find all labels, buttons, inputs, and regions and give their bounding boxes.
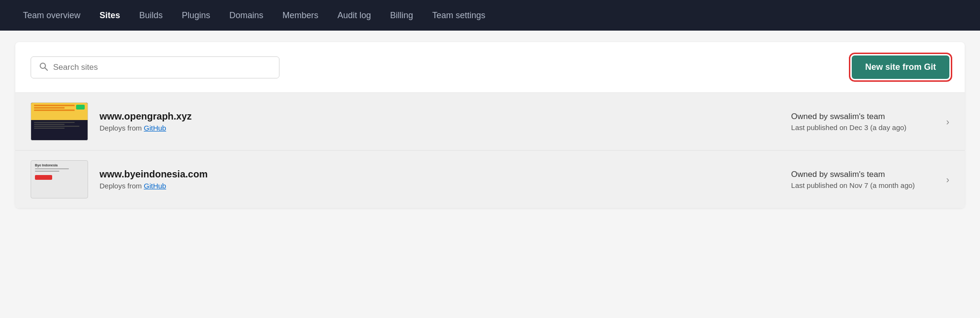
chevron-right-icon: › [946,174,949,185]
site-info-byeindonesia: www.byeindonesia.com Deploys from GitHub [100,169,776,190]
search-icon [39,62,48,73]
site-meta-opengraph: Owned by swsalim's team Last published o… [776,112,938,132]
site-meta-byeindonesia: Owned by swsalim's team Last published o… [776,170,938,189]
site-published: Last published on Dec 3 (a day ago) [791,123,938,132]
site-thumbnail-opengraph [31,102,88,141]
chevron-right-icon: › [946,116,949,127]
nav-item-team-overview[interactable]: Team overview [15,7,88,24]
site-name: www.opengraph.xyz [100,111,776,122]
nav-item-domains[interactable]: Domains [222,7,271,24]
nav-item-sites[interactable]: Sites [92,7,128,24]
nav-item-audit-log[interactable]: Audit log [330,7,379,24]
site-item[interactable]: Bye Indonesia www.byeindonesia.com Deplo… [15,151,965,208]
site-published: Last published on Nov 7 (a month ago) [791,181,938,189]
site-owner: Owned by swsalim's team [791,170,938,179]
search-input[interactable] [53,63,271,72]
sites-panel: New site from Git [15,42,965,208]
new-site-button[interactable]: New site from Git [852,55,949,79]
site-thumbnail-byeindonesia: Bye Indonesia [31,160,88,198]
main-content: New site from Git [0,31,980,219]
site-deploy: Deploys from GitHub [100,182,776,190]
github-link[interactable]: GitHub [144,182,167,190]
svg-line-1 [45,67,48,70]
toolbar: New site from Git [15,42,965,93]
nav-item-builds[interactable]: Builds [132,7,170,24]
site-name: www.byeindonesia.com [100,169,776,180]
nav-item-plugins[interactable]: Plugins [174,7,218,24]
site-info-opengraph: www.opengraph.xyz Deploys from GitHub [100,111,776,132]
site-list: www.opengraph.xyz Deploys from GitHub Ow… [15,93,965,208]
site-deploy: Deploys from GitHub [100,124,776,132]
search-wrapper [31,56,279,78]
site-owner: Owned by swsalim's team [791,112,938,121]
nav-item-billing[interactable]: Billing [382,7,421,24]
github-link[interactable]: GitHub [144,124,167,132]
nav-item-members[interactable]: Members [275,7,326,24]
navbar: Team overview Sites Builds Plugins Domai… [0,0,980,31]
site-item[interactable]: www.opengraph.xyz Deploys from GitHub Ow… [15,93,965,151]
nav-item-team-settings[interactable]: Team settings [424,7,493,24]
